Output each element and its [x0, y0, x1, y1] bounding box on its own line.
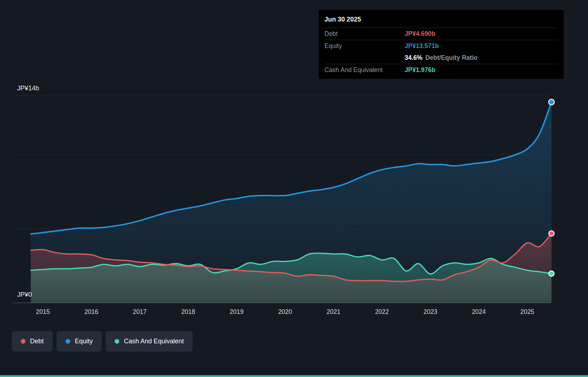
x-axis: 2015201620172018201920202021202220232024… — [0, 308, 588, 318]
tooltip-equity-label: Equity — [324, 42, 405, 50]
x-tick-label: 2015 — [36, 308, 50, 316]
tooltip-ratio-label: Debt/Equity Ratio — [425, 54, 478, 61]
tooltip-row-ratio: 34.6%Debt/Equity Ratio — [324, 52, 558, 64]
series-areas — [31, 102, 551, 303]
x-tick-label: 2025 — [520, 308, 534, 316]
debt-dot-icon — [21, 339, 25, 344]
end-marker-equity — [549, 99, 554, 105]
legend-debt-label: Debt — [30, 338, 44, 345]
legend-cash-label: Cash And Equivalent — [124, 338, 184, 345]
bottom-divider — [0, 375, 588, 377]
legend-item-equity[interactable]: Equity — [57, 331, 102, 352]
x-tick-label: 2022 — [375, 308, 389, 316]
tooltip-cash-value: JP¥1.976b — [405, 66, 558, 74]
legend-item-debt[interactable]: Debt — [12, 331, 53, 352]
legend-equity-label: Equity — [75, 338, 93, 345]
tooltip-row-debt: Debt JP¥4.690b — [324, 28, 558, 40]
tooltip-row-cash: Cash And Equivalent JP¥1.976b — [324, 64, 558, 76]
y-axis-label-bottom: JP¥0 — [17, 291, 32, 299]
tooltip-ratio-value: 34.6% — [405, 54, 423, 61]
y-axis-label-top: JP¥14b — [17, 85, 39, 92]
x-tick-label: 2017 — [133, 308, 147, 316]
chart-tooltip: Jun 30 2025 Debt JP¥4.690b Equity JP¥13.… — [319, 10, 564, 79]
chart-legend: Debt Equity Cash And Equivalent — [12, 331, 193, 352]
x-tick-label: 2019 — [230, 308, 244, 316]
x-tick-label: 2018 — [181, 308, 195, 316]
tooltip-ratio: 34.6%Debt/Equity Ratio — [405, 54, 558, 62]
tooltip-date: Jun 30 2025 — [324, 11, 558, 28]
equity-dot-icon — [66, 339, 70, 344]
end-marker-debt — [549, 231, 554, 236]
x-tick-label: 2023 — [423, 308, 437, 316]
x-tick-label: 2024 — [472, 308, 486, 316]
x-tick-label: 2021 — [327, 308, 341, 316]
legend-item-cash[interactable]: Cash And Equivalent — [106, 331, 193, 352]
x-tick-label: 2020 — [278, 308, 292, 316]
x-tick-label: 2016 — [85, 308, 98, 316]
tooltip-equity-value: JP¥13.571b — [405, 42, 558, 50]
cash-dot-icon — [115, 339, 119, 344]
end-marker-cash — [549, 271, 554, 276]
tooltip-debt-label: Debt — [324, 30, 405, 38]
tooltip-debt-value: JP¥4.690b — [405, 30, 558, 38]
tooltip-row-equity: Equity JP¥13.571b — [324, 40, 558, 52]
tooltip-cash-label: Cash And Equivalent — [324, 66, 405, 74]
